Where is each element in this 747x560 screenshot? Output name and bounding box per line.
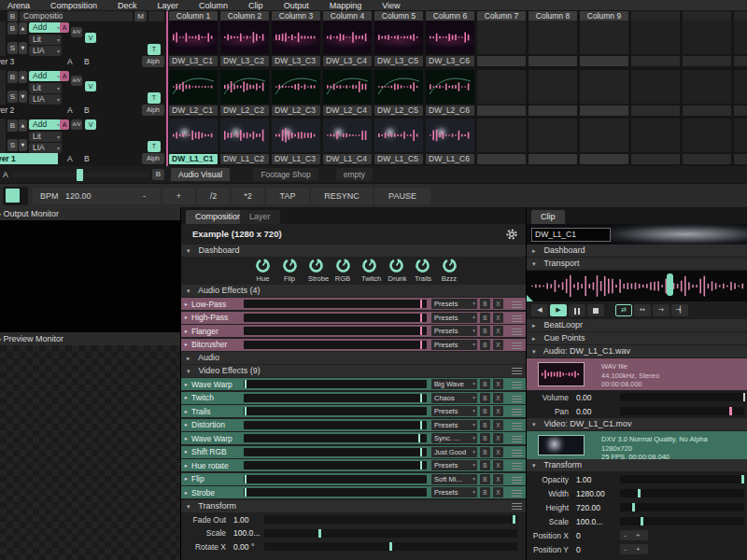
clip-thumbnail[interactable] [323, 119, 372, 152]
section-video-file[interactable]: ▾ Video: DW_L1_C1.mov [527, 418, 747, 430]
layer-name-layer3[interactable]: Layer 3 [0, 56, 58, 67]
remove-button[interactable]: X [493, 406, 503, 416]
drag-handle-icon[interactable] [512, 450, 522, 458]
clip-cell-empty[interactable] [631, 21, 680, 54]
clip-label-empty[interactable] [529, 154, 577, 164]
preset-dropdown[interactable]: Presets▾ [431, 326, 477, 336]
preset-dropdown[interactable]: Presets▾ [431, 299, 477, 309]
effect-slider[interactable] [244, 434, 427, 442]
clip-label-DW_L2_C1[interactable]: DW_L2_C1 [169, 105, 218, 116]
layer-solo-button[interactable]: S [7, 91, 18, 103]
param-value[interactable]: 0 [569, 531, 620, 540]
bpm-button--[interactable]: - [128, 188, 161, 204]
effect-slider[interactable] [244, 314, 427, 322]
layer-bypass-button[interactable]: B [7, 71, 18, 83]
clip-name-field[interactable]: DW_L1_C1 [531, 228, 611, 242]
param-value[interactable]: 1.00 [569, 475, 620, 484]
collapsed-icon[interactable]: ▸ [181, 448, 191, 455]
clip-label-empty[interactable] [734, 105, 747, 116]
clip-label-DW_L2_C5[interactable]: DW_L2_C5 [374, 105, 423, 116]
param-slider[interactable] [264, 542, 517, 551]
clip-cell-empty[interactable] [477, 119, 526, 152]
clip-thumbnail[interactable] [272, 119, 320, 152]
composition-label[interactable]: Composition [20, 11, 64, 21]
clip-cell-empty[interactable] [477, 70, 526, 104]
menu-item-view[interactable]: View [382, 1, 400, 10]
clip-thumbnail[interactable] [220, 21, 269, 54]
menu-item-arena[interactable]: Arena [7, 1, 30, 10]
layer-blend-dropdown[interactable]: Add▾ [29, 71, 62, 81]
menu-item-output[interactable]: Output [284, 1, 309, 10]
clip-label-empty[interactable] [580, 56, 628, 66]
collapsed-icon[interactable]: ▸ [181, 408, 191, 415]
clip-label-empty[interactable] [734, 154, 747, 164]
clip-cell-empty[interactable] [529, 119, 577, 152]
param-stepper[interactable]: - + [620, 544, 648, 554]
collapsed-icon[interactable]: ▸ [181, 381, 191, 388]
layer-t-button[interactable]: T [148, 92, 161, 104]
preset-dropdown[interactable]: Presets▾ [431, 487, 477, 497]
bypass-button[interactable]: B [480, 433, 490, 443]
bpm-button-div2[interactable]: /2 [197, 188, 230, 204]
collapsed-icon[interactable]: ▸ [181, 435, 191, 442]
deck-tab-footage-shop[interactable]: Footage Shop [253, 168, 317, 181]
collapsed-icon[interactable]: ▸ [181, 341, 191, 348]
clip-thumbnail[interactable] [220, 70, 269, 104]
bypass-button[interactable]: B [480, 474, 490, 484]
layer-alpha-button[interactable]: Alph [142, 105, 164, 116]
knob-drunk[interactable]: Drunk [388, 258, 404, 283]
effect-slider[interactable] [244, 461, 427, 469]
volume-slider[interactable] [620, 393, 744, 401]
drag-handle-icon[interactable] [512, 503, 522, 511]
clip-cell-empty[interactable] [683, 70, 731, 104]
transport-skip-back-button[interactable]: ◀ [531, 304, 548, 316]
remove-button[interactable]: X [493, 447, 503, 457]
clip-label-DW_L3_C5[interactable]: DW_L3_C5 [374, 56, 423, 66]
drag-handle-icon[interactable] [512, 423, 522, 431]
clip-label-DW_L1_C1[interactable]: DW_L1_C1 [169, 154, 218, 164]
preset-dropdown[interactable]: Presets▾ [431, 460, 477, 470]
section-dashboard[interactable]: ▾ Dashboard [181, 245, 527, 257]
bypass-button[interactable]: B [480, 420, 490, 430]
effect-slider[interactable] [244, 300, 427, 308]
clip-thumbnail[interactable] [374, 119, 423, 152]
param-value[interactable]: 0 [569, 545, 620, 554]
layer-param2-dropdown[interactable]: Lit▾ [29, 35, 62, 45]
preset-dropdown[interactable]: Presets▾ [431, 420, 477, 430]
layer-solo-button[interactable]: S [7, 139, 18, 151]
playmode-pingpong-button[interactable]: ↔ [634, 304, 651, 316]
remove-button[interactable]: X [493, 379, 503, 389]
clip-label-empty[interactable] [580, 105, 628, 116]
clip-cell-empty[interactable] [734, 70, 747, 104]
clip-cell-empty[interactable] [734, 21, 747, 54]
composition-bypass-button[interactable]: B [7, 11, 18, 21]
layer-up-icon[interactable]: ▲ [19, 71, 27, 83]
clip-label-DW_L2_C2[interactable]: DW_L2_C2 [220, 105, 269, 116]
preset-dropdown[interactable]: Big Wave▾ [431, 379, 477, 389]
clip-label-empty[interactable] [683, 56, 731, 66]
menu-item-layer[interactable]: Layer [158, 1, 179, 10]
effect-slider[interactable] [244, 341, 427, 349]
effect-slider[interactable] [244, 475, 427, 483]
clip-thumbnail[interactable] [323, 21, 372, 54]
preset-dropdown[interactable]: Presets▾ [431, 313, 477, 323]
section-audio-file[interactable]: ▾ Audio: DW_L1_C1.wav [527, 345, 747, 357]
clip-label-DW_L3_C1[interactable]: DW_L3_C1 [169, 56, 218, 66]
clip-label-empty[interactable] [631, 105, 680, 116]
clip-label-DW_L1_C2[interactable]: DW_L1_C2 [220, 154, 269, 164]
layer-v-button[interactable]: V [85, 81, 96, 91]
layer-param2-dropdown[interactable]: Lit▾ [29, 83, 62, 93]
layer-av-button[interactable]: A/V [71, 76, 82, 86]
clip-thumbnail[interactable] [426, 21, 474, 54]
drag-handle-icon[interactable] [512, 382, 522, 390]
output-monitor-header[interactable]: ▾ Output Monitor [0, 207, 180, 220]
remove-button[interactable]: X [493, 433, 503, 443]
drag-handle-icon[interactable] [512, 409, 522, 417]
drag-handle-icon[interactable] [512, 436, 522, 444]
pan-value[interactable]: 0.00 [569, 407, 620, 416]
menu-item-mapping[interactable]: Mapping [330, 1, 362, 10]
clip-label-DW_L1_C3[interactable]: DW_L1_C3 [272, 154, 320, 164]
knob-hue[interactable]: Hue [255, 258, 271, 283]
effect-slider[interactable] [244, 448, 427, 456]
clip-label-DW_L2_C3[interactable]: DW_L2_C3 [272, 105, 320, 116]
